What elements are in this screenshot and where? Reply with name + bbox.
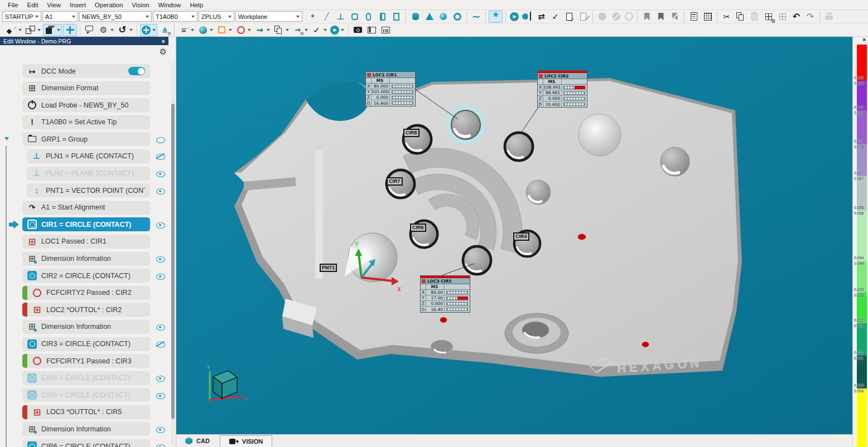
report-window-icon[interactable]: [687, 11, 700, 23]
edit-window-titlebar[interactable]: Edit Window - Demo.PRG ×: [0, 37, 168, 45]
command-dimension-information[interactable]: Dimension Information: [22, 252, 150, 266]
round-slot-feature-icon[interactable]: [362, 11, 375, 23]
pan-view-icon[interactable]: [63, 24, 77, 36]
mark-used-icon[interactable]: [310, 24, 328, 36]
sphere-view-icon[interactable]: [196, 24, 214, 36]
doc-edit-icon[interactable]: [577, 11, 590, 23]
command-t1a0b0-set-active-tip[interactable]: T1A0B0 = Set Active Tip: [22, 115, 150, 129]
point-feature-icon[interactable]: [306, 11, 319, 23]
comment-icon[interactable]: [83, 24, 96, 36]
command-fcfcirty1-passed-cir3[interactable]: FCFCIRTY1 Passed : CIR3: [22, 354, 150, 368]
path-options-icon[interactable]: [291, 24, 309, 36]
feature-tag-pnt1[interactable]: PNT1: [320, 264, 337, 272]
copy-icon[interactable]: [734, 11, 747, 23]
graphic-window-toggle-icon[interactable]: [379, 24, 392, 36]
cone-feature-icon[interactable]: [423, 11, 436, 23]
view-wireframe-icon[interactable]: [24, 24, 42, 36]
rectangle-feature-icon[interactable]: [390, 11, 403, 23]
feature-tag-cir8[interactable]: CIR8: [403, 129, 419, 137]
toolbar-select-workplane[interactable]: Workplane: [235, 11, 302, 22]
curve-feature-icon[interactable]: [470, 11, 483, 23]
plane-feature-icon[interactable]: [334, 11, 347, 23]
line-feature-icon[interactable]: [320, 11, 333, 23]
measure-path-icon[interactable]: [253, 24, 271, 36]
doc-check-icon[interactable]: [563, 11, 576, 23]
dimension-label-loc1-cir1[interactable]: LOC1 CIR1MSX80.000Y101.000Z0.000D16.400: [365, 71, 416, 106]
pattern-icon[interactable]: [776, 11, 789, 23]
optimization-gears-icon[interactable]: [97, 24, 115, 36]
torus-feature-icon[interactable]: [451, 11, 464, 23]
cut-icon[interactable]: [720, 11, 733, 23]
undo-icon[interactable]: [790, 11, 803, 23]
bookmark-icon[interactable]: [640, 11, 653, 23]
report-grid-icon[interactable]: [701, 11, 714, 23]
command-load-probe-new5-by-50[interactable]: Load Probe - NEW5_BY_50: [22, 98, 150, 112]
command-cir6-circle-contact[interactable]: CIR6 = CIRCLE (CONTACT): [22, 439, 150, 447]
feature-list-icon[interactable]: [177, 24, 195, 36]
command-dimension-format[interactable]: Dimension Format: [22, 81, 150, 95]
toolbar-select-t1a0b0[interactable]: T1A0B0: [153, 11, 197, 22]
eye-open-icon[interactable]: [156, 255, 165, 263]
command-pnt1-vector-point-contac[interactable]: PNT1 = VECTOR POINT (CONTAC: [27, 183, 150, 197]
eye-open-icon[interactable]: [156, 374, 165, 382]
tab-vision[interactable]: VISION: [220, 435, 272, 447]
square-slot-feature-icon[interactable]: [376, 11, 389, 23]
auto-feature-icon[interactable]: [489, 11, 503, 23]
eye-open-icon[interactable]: [156, 391, 165, 399]
stop-cancel-icon[interactable]: [610, 11, 623, 23]
cylinder-feature-icon[interactable]: [409, 11, 422, 23]
eye-outline-icon[interactable]: [156, 135, 165, 143]
command-loc3-outtol-cir5[interactable]: LOC3 *OUTTOL* : CIR5: [22, 405, 150, 419]
command-cir3-circle-contact[interactable]: CIR3 = CIRCLE (CONTACT): [22, 337, 150, 351]
command-pln2-plane-contact[interactable]: PLN2 = PLANE (CONTACT): [27, 167, 150, 181]
menu-help[interactable]: Help: [185, 2, 208, 8]
menu-insert[interactable]: Insert: [65, 2, 90, 8]
toolbar-select-zplus[interactable]: ZPLUS: [199, 11, 234, 22]
gear-icon[interactable]: [160, 47, 167, 57]
toolbar-select-startup[interactable]: STARTUP: [2, 11, 41, 22]
menu-edit[interactable]: Edit: [23, 2, 43, 8]
readout-window-icon[interactable]: [215, 24, 233, 36]
snapshot-camera-icon[interactable]: [351, 24, 364, 36]
command-grp1-group[interactable]: GRP1 = Group: [22, 132, 150, 146]
command-dimension-information[interactable]: Dimension Information: [22, 320, 150, 334]
tab-cad[interactable]: CAD: [176, 435, 220, 447]
command-fcfcirty2-passed-cir2[interactable]: FCFCIRTY2 Passed : CIR2: [22, 286, 150, 300]
bookmark-clear-icon[interactable]: [668, 11, 681, 23]
close-icon[interactable]: ×: [162, 38, 165, 45]
toolbar-select-a1[interactable]: A1: [42, 11, 78, 22]
eye-open-icon[interactable]: [156, 425, 165, 433]
command-cir4-circle-contact[interactable]: CIR4 = CIRCLE (CONTACT): [22, 371, 150, 385]
command-a1-start-alignment[interactable]: A1 = Start Alignment: [22, 201, 150, 215]
dimension-label-loc3-cir5[interactable]: LOC3 CIR5MSX80.00Y17.00Z0.000D16.40: [420, 275, 470, 313]
cad-viewport[interactable]: HEXAGON Y Z X Y X LOC1 CIR1MSX80.000Y101…: [176, 37, 852, 434]
scrollbar-thumb[interactable]: [171, 104, 175, 419]
probe-vector-icon[interactable]: [5, 24, 23, 36]
eye-open-icon[interactable]: [156, 220, 165, 229]
dimension-label-loc2-cir2[interactable]: LOC2 CIR2MSX108.991Y88.991Z0.000D16.400: [537, 70, 587, 108]
command-cir1-circle-contact[interactable]: CIR1 = CIRCLE (CONTACT): [22, 217, 150, 231]
copy-pattern-icon[interactable]: [272, 24, 290, 36]
report-window-toggle-icon[interactable]: [365, 24, 378, 36]
eye-open-icon[interactable]: [156, 442, 165, 447]
redo-icon[interactable]: [804, 11, 817, 23]
pattern-gear-icon[interactable]: [762, 11, 775, 23]
menu-operation[interactable]: Operation: [90, 2, 128, 8]
circle-feature-icon[interactable]: [348, 11, 361, 23]
paste-icon[interactable]: [748, 11, 761, 23]
dcc-mode-toggle[interactable]: [128, 67, 145, 75]
translate-view-icon[interactable]: [140, 24, 157, 36]
feature-tag-cir6[interactable]: CIR6: [410, 224, 426, 232]
target-circle-icon[interactable]: [234, 24, 252, 36]
sphere-feature-icon[interactable]: [437, 11, 450, 23]
feature-tag-cir4[interactable]: CIR4: [513, 232, 529, 241]
print-icon[interactable]: [823, 11, 836, 23]
command-cir2-circle-contact[interactable]: CIR2 = CIRCLE (CONTACT): [22, 269, 150, 283]
stop-icon[interactable]: [596, 11, 609, 23]
view-solid-icon[interactable]: [43, 24, 62, 36]
probe-options-icon[interactable]: [158, 24, 171, 36]
eye-slash-icon[interactable]: [156, 340, 165, 348]
command-loc2-outtol-cir2[interactable]: LOC2 *OUTTOL* : CIR2: [22, 303, 150, 317]
eye-slash-icon[interactable]: [156, 152, 165, 161]
command-cir5-circle-contact[interactable]: CIR5 = CIRCLE (CONTACT): [22, 388, 150, 402]
